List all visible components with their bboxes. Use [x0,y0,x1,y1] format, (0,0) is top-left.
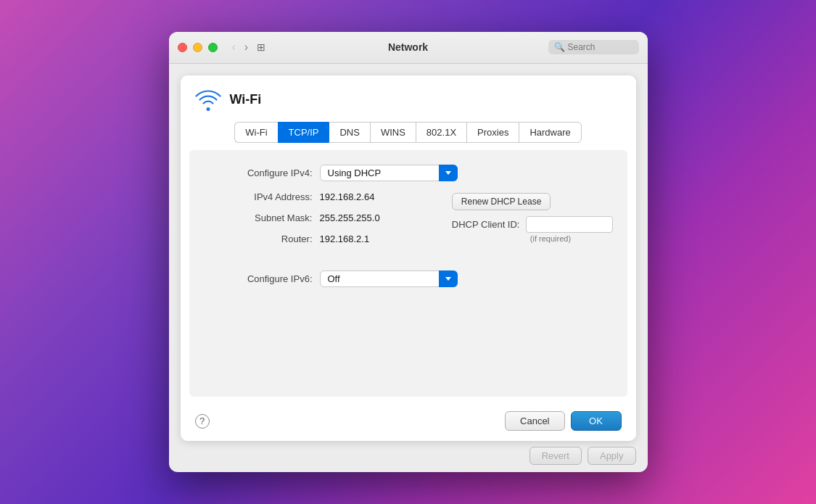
router-row: Router: 192.168.2.1 [204,234,430,244]
configure-ipv6-dropdown[interactable]: Off Automatically Manually [320,270,458,287]
sheet-footer: ? Cancel OK [181,404,636,441]
titlebar: ‹ › ⊞ Network 🔍 [169,32,648,64]
nav-buttons: ‹ › [229,40,252,54]
left-col: IPv4 Address: 192.168.2.64 Subnet Mask: … [204,191,430,244]
renew-dhcp-button[interactable]: Renew DHCP Lease [452,193,551,210]
footer-buttons: Cancel OK [505,411,621,431]
dhcp-client-id-row: DHCP Client ID: (if required) [452,216,613,243]
ipv4-address-row: IPv4 Address: 192.168.2.64 [204,191,430,202]
address-group: IPv4 Address: 192.168.2.64 Subnet Mask: … [204,191,613,244]
tabs-bar: Wi-Fi TCP/IP DNS WINS 802.1X Proxies Har… [181,113,636,144]
dhcp-client-id-input[interactable] [526,216,613,233]
close-button[interactable] [178,43,187,52]
tcpip-content: Configure IPv4: Using DHCP Manually Usin… [189,150,627,397]
tab-wifi[interactable]: Wi-Fi [234,122,277,144]
configure-ipv6-select[interactable]: Off Automatically Manually [320,270,458,287]
wifi-icon [195,87,221,113]
search-input[interactable] [568,42,633,52]
router-label: Router: [204,234,320,244]
revert-button[interactable]: Revert [529,447,582,465]
tab-dns[interactable]: DNS [329,122,369,144]
tab-8021x[interactable]: 802.1X [416,122,466,144]
tab-tcpip[interactable]: TCP/IP [278,122,329,144]
configure-ipv6-label: Configure IPv6: [204,273,320,284]
main-window: ‹ › ⊞ Network 🔍 Wi-Fi Wi-Fi TCP/IP DNS W… [169,32,648,473]
grid-icon: ⊞ [257,41,265,53]
configure-ipv4-label: Configure IPv4: [204,168,320,178]
sheet-header: Wi-Fi [181,75,636,113]
minimize-button[interactable] [193,43,202,52]
form-rows: Configure IPv4: Using DHCP Manually Usin… [204,165,613,287]
dhcp-hint: (if required) [452,234,571,243]
tab-proxies[interactable]: Proxies [466,122,519,144]
spacer [204,255,613,260]
sheet-title: Wi-Fi [230,92,262,107]
maximize-button[interactable] [208,43,218,52]
help-button[interactable]: ? [195,414,210,429]
back-button[interactable]: ‹ [229,40,239,54]
forward-button[interactable]: › [242,40,251,54]
window-title: Network [388,41,428,53]
dhcp-client-id-label: DHCP Client ID: [452,219,520,230]
tab-wins[interactable]: WINS [370,122,416,144]
search-bar[interactable]: 🔍 [548,40,639,54]
ipv4-address-value: 192.168.2.64 [320,191,375,202]
cancel-button[interactable]: Cancel [505,411,564,431]
configure-ipv4-select[interactable]: Using DHCP Manually Using BOOTP Off [320,165,458,181]
configure-ipv4-row: Configure IPv4: Using DHCP Manually Usin… [204,165,613,181]
configure-ipv4-dropdown[interactable]: Using DHCP Manually Using BOOTP Off [320,165,458,181]
ok-button[interactable]: OK [571,411,622,431]
traffic-lights [178,43,218,52]
subnet-mask-label: Subnet Mask: [204,212,320,223]
dhcp-input-row: DHCP Client ID: [452,216,613,233]
search-icon: 🔍 [554,42,565,52]
configure-ipv6-row: Configure IPv6: Off Automatically Manual… [204,270,613,287]
apply-button[interactable]: Apply [588,447,636,465]
subnet-mask-value: 255.255.255.0 [320,212,380,223]
tab-hardware[interactable]: Hardware [519,122,581,144]
ipv4-address-label: IPv4 Address: [204,191,320,202]
window-toolbar: Revert Apply [169,441,648,472]
network-sheet: Wi-Fi Wi-Fi TCP/IP DNS WINS 802.1X Proxi… [181,75,636,442]
router-value: 192.168.2.1 [320,234,370,244]
right-col: Renew DHCP Lease DHCP Client ID: (if req… [452,193,613,244]
subnet-mask-row: Subnet Mask: 255.255.255.0 [204,212,430,223]
